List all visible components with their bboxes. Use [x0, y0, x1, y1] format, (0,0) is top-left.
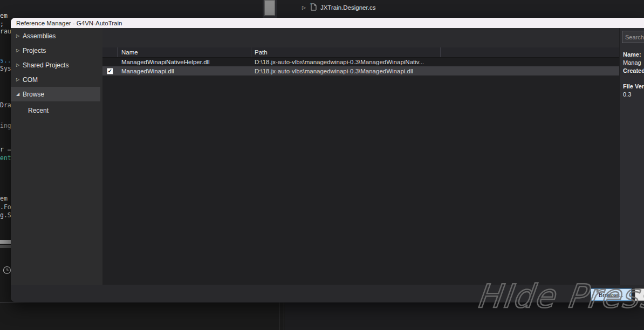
code-fragment: em — [0, 12, 8, 19]
search-placeholder: Search ( — [625, 34, 644, 40]
window-divider — [284, 302, 284, 330]
code-fragment: r = — [0, 146, 11, 153]
search-input[interactable]: Search ( — [622, 31, 644, 43]
sidebar-item-label: Browse — [23, 91, 44, 98]
sidebar-item-com[interactable]: ▷COM — [11, 72, 102, 87]
sidebar-item-assemblies[interactable]: ▷Assemblies — [11, 29, 102, 43]
sidebar-item-recent[interactable]: Recent — [11, 103, 102, 118]
ok-button-partial[interactable] — [635, 288, 644, 301]
dialog-bottom-bar: Browse... — [11, 285, 644, 302]
code-fragment: em — [0, 195, 8, 202]
chevron-collapsed-icon[interactable]: ▷ — [16, 34, 23, 38]
row-checkbox-cell[interactable]: ✓ — [102, 68, 118, 74]
scrollbar-thumb[interactable] — [264, 0, 275, 16]
chevron-expanded-icon[interactable]: ◢ — [16, 92, 23, 97]
sidebar-item-label: Projects — [23, 47, 46, 54]
table-row[interactable]: ✓ManagedWinapi.dllD:\18.jx-auto-vlbs\man… — [102, 66, 619, 75]
tree-item-label: JXTrain.Designer.cs — [320, 4, 375, 11]
code-fragment: Dra — [0, 101, 11, 109]
background-panel — [285, 303, 644, 330]
dialog-title: Reference Manager - G4VN-AutoTrain — [16, 20, 122, 26]
sidebar-item-browse[interactable]: ◢Browse — [11, 87, 100, 101]
code-fragment: g.S — [0, 211, 11, 219]
code-fragment: rau — [0, 28, 11, 35]
background-scrollbar-fragment — [0, 240, 12, 244]
property-name-value: Manag — [623, 59, 644, 67]
sidebar-item-label: Shared Projects — [23, 61, 68, 69]
reference-path-cell: D:\18.jx-auto-vlbs\managedwinapi-0.3\Man… — [251, 59, 441, 65]
window-divider — [279, 302, 279, 330]
code-editor-fragments: em;raus..SysDraingr =entem.Fog.S — [0, 0, 12, 302]
code-fragment: s.. — [0, 57, 11, 64]
reference-name-cell: ManagedWinapiNativeHelper.dll — [118, 59, 251, 65]
window-divider — [0, 302, 644, 302]
code-fragment: ; — [0, 20, 4, 28]
reference-name-cell: ManagedWinapi.dll — [118, 68, 251, 74]
sidebar-item-label: Recent — [28, 107, 49, 114]
header-name-column[interactable]: Name — [118, 47, 251, 57]
reference-list-panel: Name Path ManagedWinapiNativeHelper.dllD… — [102, 47, 619, 285]
properties-panel: Search ( Name: Manag Created File Ver 0.… — [619, 28, 644, 285]
reference-table-body: ManagedWinapiNativeHelper.dllD:\18.jx-au… — [102, 58, 619, 75]
sidebar-item-label: COM — [23, 76, 38, 84]
sidebar-item-shared-projects[interactable]: ▷Shared Projects — [11, 58, 102, 72]
header-checkbox-column — [102, 47, 118, 57]
reference-path-cell: D:\18.jx-auto-vlbs\managedwinapi-0.3\Man… — [251, 68, 441, 74]
property-file-version-label: File Ver — [623, 82, 644, 91]
solution-explorer-item[interactable]: ▷ JXTrain.Designer.cs — [302, 2, 375, 13]
reference-properties: Name: Manag Created File Ver 0.3 — [623, 51, 644, 99]
header-empty-column — [441, 47, 619, 57]
reference-manager-dialog: Reference Manager - G4VN-AutoTrain ▷Asse… — [11, 18, 644, 302]
chevron-right-icon[interactable]: ▷ — [302, 5, 306, 10]
table-header: Name Path — [102, 47, 619, 58]
chevron-collapsed-icon[interactable]: ▷ — [16, 49, 23, 53]
code-fragment: .Fo — [0, 203, 11, 211]
clock-icon — [3, 266, 11, 277]
code-fragment: Sys — [0, 65, 11, 72]
chevron-collapsed-icon[interactable]: ▷ — [16, 63, 23, 67]
property-created-label: Created — [623, 67, 644, 75]
property-file-version-value: 0.3 — [623, 91, 644, 99]
dialog-titlebar[interactable]: Reference Manager - G4VN-AutoTrain — [11, 18, 644, 28]
checked-checkbox-icon[interactable]: ✓ — [107, 68, 113, 74]
code-fragment: ing — [0, 122, 11, 129]
sidebar-item-projects[interactable]: ▷Projects — [11, 43, 102, 58]
browse-button[interactable]: Browse... — [591, 288, 632, 301]
header-path-column[interactable]: Path — [251, 47, 441, 57]
table-row[interactable]: ManagedWinapiNativeHelper.dllD:\18.jx-au… — [102, 58, 619, 66]
background-scrollbar-fragment — [0, 245, 12, 248]
sidebar-item-label: Assemblies — [23, 32, 56, 40]
reference-categories-sidebar: ▷Assemblies▷Projects▷Shared Projects▷COM… — [11, 28, 102, 285]
property-name-label: Name: — [623, 51, 644, 59]
chevron-collapsed-icon[interactable]: ▷ — [16, 78, 23, 82]
csharp-file-icon — [310, 3, 317, 12]
code-fragment: ent — [0, 154, 11, 162]
